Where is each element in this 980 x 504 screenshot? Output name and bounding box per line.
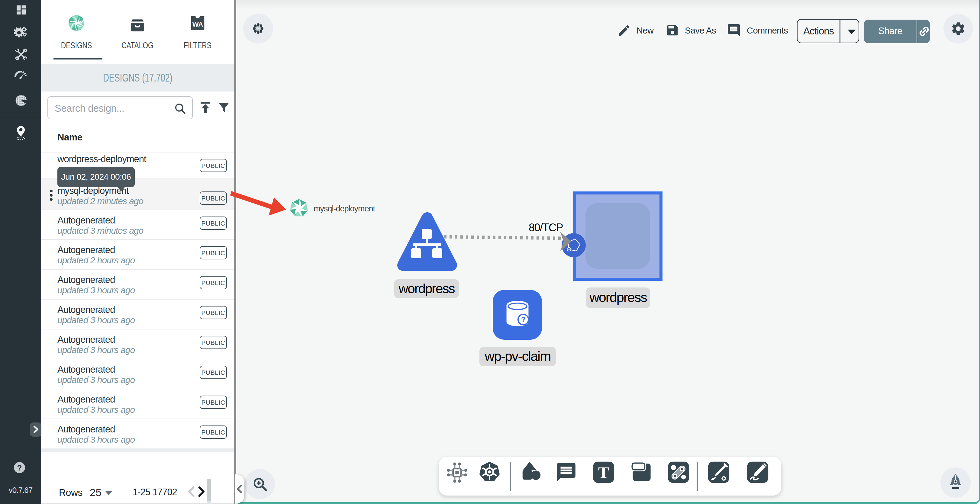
svg-text:T: T	[598, 464, 609, 482]
svg-text:WA: WA	[192, 21, 203, 28]
svg-text:?: ?	[521, 315, 526, 324]
